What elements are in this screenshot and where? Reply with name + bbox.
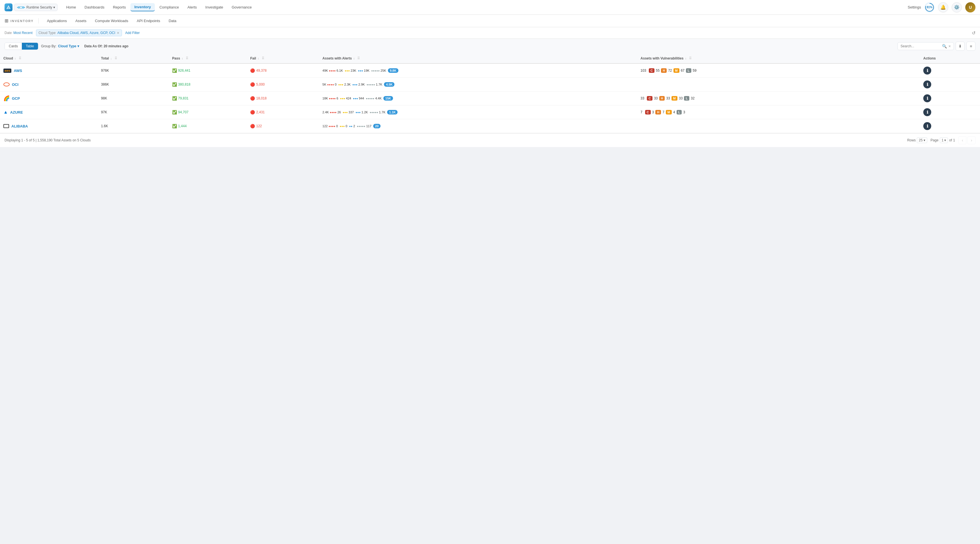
page-select-box[interactable]: 1 ▾ xyxy=(940,137,948,143)
settings-button[interactable]: ⚙️ xyxy=(951,2,962,13)
rows-select-box[interactable]: 25 ▾ xyxy=(917,137,927,143)
search-icon[interactable]: 🔍 xyxy=(942,44,947,48)
total-column-header[interactable]: Total ↓ ⠿ xyxy=(97,54,169,63)
add-filter-button[interactable]: Add Filter xyxy=(125,31,140,35)
fail-drag-handle[interactable]: ⠿ xyxy=(262,56,264,60)
settings-link[interactable]: Settings xyxy=(908,5,921,10)
search-area: 🔍 × ⬇ ≡ xyxy=(897,42,975,51)
pass-value: 380,818 xyxy=(178,82,190,86)
action-info-button[interactable]: ℹ xyxy=(923,81,931,89)
cloud-name-gcp[interactable]: GCP xyxy=(12,96,20,101)
low-alert-group: ●● 2 xyxy=(349,124,355,128)
total-drag-handle[interactable]: ⠿ xyxy=(115,56,117,60)
info-alert-group: ●●●●● 1.7K xyxy=(369,111,385,114)
app-logo[interactable] xyxy=(5,3,13,11)
low-alert-group: ●●● 1.2K xyxy=(356,111,368,114)
nav-alerts[interactable]: Alerts xyxy=(183,3,201,11)
user-avatar[interactable]: U xyxy=(965,2,975,13)
alerts-cell: 49K ●●●● 6.1K ●●● 23K ●●● 19K ●●●●● 25K … xyxy=(319,63,637,78)
columns-button[interactable]: ≡ xyxy=(966,42,975,51)
nav-applications[interactable]: Applications xyxy=(43,17,71,25)
undo-button[interactable]: ↺ xyxy=(972,30,975,36)
cloud-name-aws[interactable]: AWS xyxy=(14,68,22,73)
info-alert-val: 1.7K xyxy=(379,111,386,114)
cloud-name-oci[interactable]: OCI xyxy=(12,82,18,87)
cards-view-button[interactable]: Cards xyxy=(5,43,22,49)
score-value: 81% xyxy=(926,4,933,11)
alert-total-badge[interactable]: 20 xyxy=(373,124,380,128)
low-alert-group: ●●● 2.9K xyxy=(352,83,365,86)
next-page-button[interactable]: › xyxy=(967,136,975,144)
fail-cell: 🔴 5,000 xyxy=(247,78,319,92)
action-info-button[interactable]: ℹ xyxy=(923,94,931,102)
fail-column-header[interactable]: Fail ↕ ⠿ xyxy=(247,54,319,63)
nav-data[interactable]: Data xyxy=(165,17,180,25)
critical-dots-icon: ●●●● xyxy=(329,97,336,100)
total-cell: 976K xyxy=(97,63,169,78)
medium-dots-icon: ●●● xyxy=(342,111,348,114)
critical-dots-icon: ●●●● xyxy=(327,83,334,86)
nav-api-endpoints[interactable]: API Endpoints xyxy=(133,17,164,25)
cloud-type-filter-remove[interactable]: × xyxy=(117,30,119,35)
pass-drag-handle[interactable]: ⠿ xyxy=(186,56,188,60)
nav-compliance[interactable]: Compliance xyxy=(155,3,183,11)
table-row: ALIBABA 1.6K ✅ 1,444 🔴 122 122 ●●●● 0 xyxy=(0,119,980,133)
search-input[interactable] xyxy=(900,44,940,48)
table-view-button[interactable]: Table xyxy=(22,43,38,49)
vulns-sort-icon: ↕ xyxy=(685,57,687,60)
groupby-select[interactable]: Cloud Type ▾ xyxy=(58,44,79,48)
nav-inventory[interactable]: Inventory xyxy=(130,3,155,11)
cloud-cell-gcp: 🌈 GCP xyxy=(0,92,97,105)
brand-selector[interactable]: ≪≫ Runtime Security ▾ xyxy=(14,4,57,11)
critical-alert-group: 49K ●●●● 6.1K xyxy=(322,69,343,72)
groupby-control: Group By: Cloud Type ▾ xyxy=(41,44,79,48)
cloud-column-header[interactable]: Cloud ↕ ⠿ xyxy=(0,54,97,63)
alerts-drag-handle[interactable]: ⠿ xyxy=(357,56,360,60)
pass-column-header[interactable]: Pass ↕ ⠿ xyxy=(169,54,247,63)
low-alert-group: ●●● 944 xyxy=(353,97,364,100)
alert-total-badge[interactable]: 15K xyxy=(383,96,393,101)
date-filter[interactable]: Date Most Recent xyxy=(5,31,33,35)
vulns-drag-handle[interactable]: ⠿ xyxy=(689,56,692,60)
nav-reports[interactable]: Reports xyxy=(109,3,130,11)
fail-value: 18,018 xyxy=(256,96,267,100)
filter-bar: Date Most Recent Cloud Type Alibaba Clou… xyxy=(0,27,980,39)
score-badge[interactable]: 81% xyxy=(924,2,935,13)
notifications-button[interactable]: 🔔 xyxy=(938,2,948,13)
critical-alert-group: 2.4K ●●●● 26 xyxy=(322,111,341,114)
vulns-column-header[interactable]: Assets with Vulnerabilities ↕ ⠿ xyxy=(637,54,920,63)
data-table: Cloud ↕ ⠿ Total ↓ ⠿ Pass ↕ ⠿ Fail ↕ xyxy=(0,54,980,133)
action-info-button[interactable]: ℹ xyxy=(923,122,931,130)
medium-alert-val: 23K xyxy=(351,69,356,72)
alerts-cell: 122 ●●●● 0 ●●● 0 ●● 2 ●●●●● 117 20 xyxy=(319,119,637,133)
high-alert-val: 0 xyxy=(336,124,338,128)
nav-governance[interactable]: Governance xyxy=(228,3,256,11)
nav-home[interactable]: Home xyxy=(62,3,80,11)
nav-investigate[interactable]: Investigate xyxy=(201,3,227,11)
cloud-name-azure[interactable]: AZURE xyxy=(10,110,23,114)
critical-count: 2.4K xyxy=(322,111,329,114)
alibaba-logo-icon xyxy=(3,124,9,128)
download-button[interactable]: ⬇ xyxy=(956,42,965,51)
prev-page-button[interactable]: ‹ xyxy=(958,136,966,144)
cloud-type-filter[interactable]: Cloud Type Alibaba Cloud, AWS, Azure, GC… xyxy=(36,30,122,36)
alert-total-badge[interactable]: 4.5K xyxy=(384,82,395,87)
nav-assets[interactable]: Assets xyxy=(72,17,91,25)
nav-compute-workloads[interactable]: Compute Workloads xyxy=(91,17,132,25)
search-clear-icon[interactable]: × xyxy=(948,44,951,48)
action-info-button[interactable]: ℹ xyxy=(923,67,931,75)
cloud-name-alibaba[interactable]: ALIBABA xyxy=(11,124,28,128)
brand-name: Runtime Security xyxy=(26,5,52,10)
info-dots-icon: ●●●●● xyxy=(369,111,378,114)
action-cell: ℹ xyxy=(920,78,980,92)
alert-total-badge[interactable]: 1.1K xyxy=(387,110,398,114)
cloud-drag-handle[interactable]: ⠿ xyxy=(19,56,21,60)
pass-cell: ✅ 926,441 xyxy=(169,63,247,78)
action-info-button[interactable]: ℹ xyxy=(923,108,931,116)
nav-dashboards[interactable]: Dashboards xyxy=(81,3,108,11)
alert-total-badge[interactable]: 9.8K xyxy=(388,68,398,73)
pagination-buttons: ‹ › xyxy=(958,136,975,144)
alerts-column-header[interactable]: Assets with Alerts ↕ ⠿ xyxy=(319,54,637,63)
high-vuln-badge: H xyxy=(659,96,665,101)
high-vuln-count: 7 xyxy=(662,110,664,114)
